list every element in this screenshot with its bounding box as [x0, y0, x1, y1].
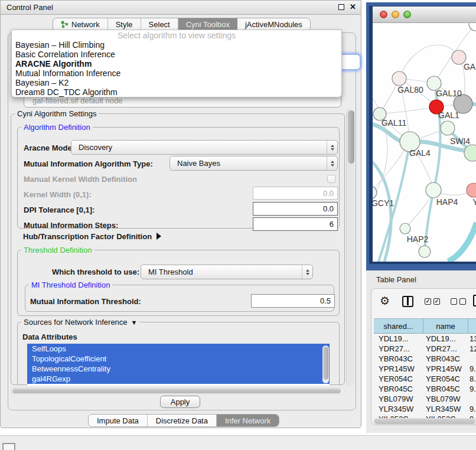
- algorithm-option[interactable]: Bayesian – Hill Climbing: [12, 40, 341, 50]
- node-salmon: [467, 183, 476, 197]
- algorithm-option-highlighted[interactable]: ARACNE Algorithm: [12, 59, 341, 69]
- network-view-window: GAL GAL80 GAL10 GAL1 GAL11 GAL4 SWI4 GCY…: [369, 6, 476, 264]
- new-table-icon[interactable]: [473, 295, 476, 306]
- table-header-row: shared... name A: [374, 318, 476, 334]
- node-label: SWI4: [450, 136, 470, 146]
- window-minimize-button[interactable]: [392, 11, 399, 18]
- algorithm-option[interactable]: Basic Correlation Inference: [12, 50, 341, 59]
- table-row[interactable]: YBL079WYBL079W: [374, 394, 476, 404]
- mi-steps-input[interactable]: 6: [253, 217, 338, 231]
- deselect-all-icon[interactable]: [451, 298, 466, 305]
- apply-button[interactable]: Apply: [160, 396, 200, 408]
- algorithm-option[interactable]: Bayesian – K2: [12, 78, 341, 87]
- data-attributes-label: Data Attributes: [22, 332, 77, 341]
- aracne-mode-select[interactable]: Discovery: [71, 140, 338, 155]
- table-row[interactable]: YBR043CYBR043C: [374, 354, 476, 364]
- threshold-definition-group: Threshold Definition Which threshold to …: [17, 250, 340, 316]
- table-row[interactable]: YBR045CYBR045C9.: [374, 384, 476, 394]
- node-cut-bottom: [419, 246, 431, 257]
- mi-threshold-group: MI Threshold Definition Mutual Informati…: [25, 285, 334, 312]
- attribute-item-selected[interactable]: SelfLoops: [27, 344, 330, 354]
- node-label: HAP2: [407, 234, 429, 244]
- attributes-scrollbar[interactable]: [322, 345, 329, 383]
- scrollbar-thumb[interactable]: [348, 110, 354, 164]
- tab-jactivemnodules[interactable]: jActiveMNodules: [237, 18, 310, 31]
- window-zoom-button[interactable]: [403, 11, 411, 18]
- window-close-button[interactable]: [380, 11, 387, 18]
- settings-horizontal-scrollbar[interactable]: [11, 387, 345, 394]
- settings-viewport: Cyni Algorithm Settings Algorithm Defini…: [11, 109, 351, 386]
- attribute-item-selected[interactable]: TopologicalCoefficient: [27, 354, 330, 364]
- scrollbar-thumb[interactable]: [12, 389, 341, 393]
- mi-threshold-label: Mutual Information Threshold:: [30, 297, 141, 306]
- dpi-tolerance-label: DPI Tolerance [0,1]:: [24, 206, 94, 214]
- stepper-arrows-icon: [302, 265, 312, 279]
- dropdown-placeholder: Select algorithm to view settings: [12, 31, 341, 40]
- node-hap4: [426, 182, 441, 198]
- table-row[interactable]: YER054CYER054C8.: [374, 374, 476, 384]
- settings-vertical-scrollbar[interactable]: [346, 109, 354, 386]
- table-row[interactable]: YDR27...YDR27...12: [374, 344, 476, 354]
- tab-style[interactable]: Style: [108, 18, 141, 31]
- network-canvas[interactable]: GAL GAL80 GAL10 GAL1 GAL11 GAL4 SWI4 GCY…: [373, 23, 476, 262]
- network-view-backdrop: GAL GAL80 GAL10 GAL1 GAL11 GAL4 SWI4 GCY…: [366, 2, 476, 270]
- column-header-cut[interactable]: A: [468, 319, 476, 333]
- column-header-shared[interactable]: shared...: [374, 319, 423, 333]
- tab-infer-network[interactable]: Infer Network: [217, 415, 279, 426]
- table-row[interactable]: YIL052CYIL052C9.: [374, 414, 476, 418]
- node-label: HAP4: [436, 197, 458, 207]
- manual-kernel-label: Manual Kernel Width Definition: [24, 175, 137, 184]
- table-horizontal-scrollbar[interactable]: [373, 418, 476, 425]
- node-label: GCY1: [373, 198, 394, 208]
- node-gcy1: [373, 186, 377, 199]
- which-threshold-label: Which threshold to use:: [52, 268, 139, 276]
- float-window-icon[interactable]: [338, 4, 344, 10]
- tab-impute-data[interactable]: Impute Data: [89, 415, 148, 426]
- scrollbar-thumb[interactable]: [374, 419, 475, 424]
- algorithm-option[interactable]: Mutual Information Inference: [12, 69, 341, 78]
- dpi-tolerance-input[interactable]: 0.0: [253, 202, 338, 216]
- aracne-mode-label: Aracne Mode:: [24, 144, 74, 152]
- network-icon: [61, 21, 69, 28]
- table-panel-title: Table Panel: [376, 275, 416, 284]
- gear-icon[interactable]: ⚙: [380, 294, 390, 308]
- network-window-titlebar: [373, 6, 476, 23]
- column-header-name[interactable]: name: [423, 319, 468, 333]
- algorithm-option[interactable]: Dream8 DC_TDC Algorithm: [12, 87, 341, 97]
- attribute-item-selected[interactable]: gal4RGexp: [27, 374, 330, 384]
- column-layout-icon[interactable]: [402, 296, 413, 307]
- table-toolbar: ⚙ ✓ ✓: [371, 294, 476, 311]
- tab-select[interactable]: Select: [141, 18, 178, 31]
- table-row[interactable]: YDL19...YDL19...13: [374, 334, 476, 344]
- expanded-arrow-icon[interactable]: ▼: [131, 319, 138, 326]
- hub-definition-expander[interactable]: Hub/Transcription Factor Definition: [23, 231, 161, 242]
- stepper-arrows-icon: [327, 141, 337, 154]
- cyni-algorithm-settings-group: Cyni Algorithm Settings Algorithm Defini…: [11, 113, 345, 385]
- tab-cyni-toolbox[interactable]: Cyni Toolbox: [178, 18, 237, 31]
- select-all-icon[interactable]: ✓ ✓: [425, 298, 440, 305]
- node-label: Y: [472, 197, 476, 207]
- table-rows: YDL19...YDL19...13 YDR27...YDR27...12 YB…: [374, 334, 476, 418]
- which-threshold-select[interactable]: MI Threshold: [141, 265, 313, 279]
- tab-network[interactable]: Network: [53, 18, 108, 31]
- table-row[interactable]: YLR345WYLR345W9.: [374, 404, 476, 414]
- table-panel: Table Panel ⚙ ✓ ✓ shared... name A YDL19…: [366, 270, 476, 433]
- tab-discretize-data[interactable]: Discretize Data: [148, 415, 217, 426]
- kernel-width-input[interactable]: 0.0: [253, 187, 338, 200]
- manual-kernel-checkbox[interactable]: [327, 175, 335, 183]
- algorithm-dropdown-list: Select algorithm to view settings Bayesi…: [11, 30, 342, 97]
- panel-title: Control Panel: [6, 3, 53, 12]
- status-bar-area: [0, 435, 476, 450]
- table-panel-body: ⚙ ✓ ✓ shared... name A YDL19...YDL19...1…: [371, 288, 476, 425]
- mi-threshold-input[interactable]: 0.5: [251, 294, 335, 308]
- mi-type-select[interactable]: Naive Bayes: [169, 156, 338, 171]
- node-label: GAL1: [438, 110, 459, 120]
- stepper-arrows-icon: [327, 156, 337, 170]
- attribute-item-selected[interactable]: BetweennessCentrality: [27, 364, 330, 374]
- sources-group: Sources for Network Inference ▼ Data Att…: [17, 322, 340, 384]
- table-row[interactable]: YPR145WYPR145W9.: [374, 364, 476, 374]
- tab-network-label: Network: [71, 20, 100, 29]
- node-label: GAL10: [436, 89, 462, 98]
- close-icon[interactable]: ✕: [350, 4, 356, 10]
- data-attributes-list[interactable]: SelfLoops TopologicalCoefficient Between…: [27, 344, 330, 386]
